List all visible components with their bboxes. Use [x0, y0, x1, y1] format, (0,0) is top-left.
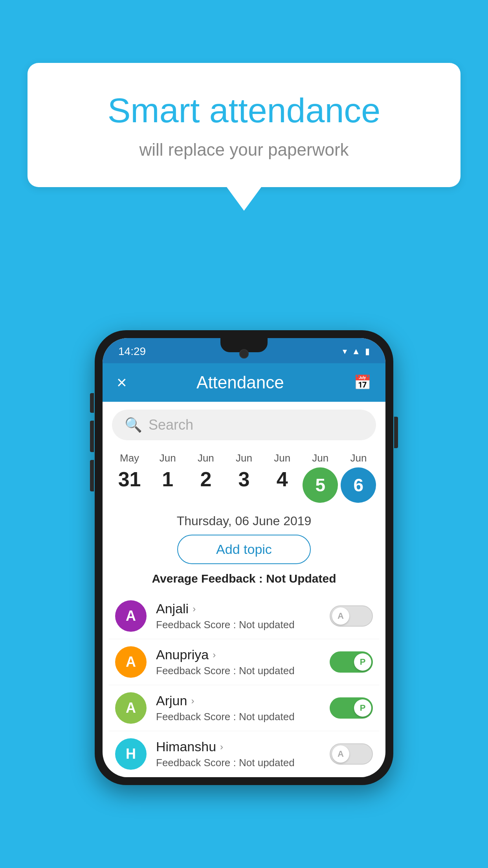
phone-notch [220, 338, 268, 352]
header-title: Attendance [196, 373, 284, 392]
toggle-knob-arjun: P [354, 699, 371, 717]
date-day-6: 6 [341, 467, 376, 503]
calendar-icon[interactable]: 📅 [354, 374, 371, 391]
toggle-arjun[interactable]: P [330, 697, 373, 719]
speech-bubble-tail [227, 187, 261, 211]
search-placeholder: Search [149, 417, 193, 433]
app-header: × Attendance 📅 [103, 363, 385, 402]
chevron-icon: › [213, 649, 216, 660]
add-topic-button[interactable]: Add topic [177, 535, 311, 564]
date-col-1[interactable]: Jun 1 [149, 452, 187, 503]
student-name-himanshu: Himanshu › [156, 739, 330, 754]
date-strip: May 31 Jun 1 Jun 2 Jun 3 Jun 4 [103, 448, 385, 503]
chevron-icon: › [191, 695, 194, 706]
avatar-anupriya: A [115, 646, 147, 678]
student-info-anjali: Anjali › Feedback Score : Not updated [156, 601, 330, 631]
date-col-6[interactable]: Jun 6 [339, 452, 378, 503]
selected-date-info: Thursday, 06 June 2019 [103, 503, 385, 535]
toggle-switch-arjun[interactable]: P [330, 697, 373, 719]
student-row-anjali[interactable]: A Anjali › Feedback Score : Not updated [109, 593, 379, 639]
student-info-anupriya: Anupriya › Feedback Score : Not updated [156, 647, 330, 677]
date-col-5[interactable]: Jun 5 [301, 452, 339, 503]
student-row-himanshu[interactable]: H Himanshu › Feedback Score : Not update… [109, 731, 379, 777]
speech-bubble-subtitle: will replace your paperwork [51, 140, 437, 160]
toggle-anupriya[interactable]: P [330, 651, 373, 673]
speech-bubble: Smart attendance will replace your paper… [28, 63, 460, 187]
student-feedback-arjun: Feedback Score : Not updated [156, 711, 330, 723]
date-col-3[interactable]: Jun 3 [225, 452, 263, 503]
phone-outer: 14:29 ▾ ▲ ▮ × Attendance 📅 🔍 Search [95, 330, 393, 785]
date-day-3: 3 [238, 467, 250, 491]
phone-screen: 14:29 ▾ ▲ ▮ × Attendance 📅 🔍 Search [103, 338, 385, 777]
status-time: 14:29 [118, 345, 146, 358]
signal-icon: ▲ [352, 346, 360, 357]
avg-feedback-label: Average Feedback : [152, 572, 262, 585]
chevron-icon: › [193, 603, 196, 614]
avatar-arjun: A [115, 692, 147, 724]
student-name-anupriya: Anupriya › [156, 647, 330, 662]
toggle-switch-himanshu[interactable]: A [330, 743, 373, 765]
student-feedback-anupriya: Feedback Score : Not updated [156, 665, 330, 677]
toggle-switch-anjali[interactable]: A [330, 605, 373, 627]
power-button [394, 417, 398, 448]
close-button[interactable]: × [117, 373, 127, 392]
toggle-knob-anupriya: P [354, 653, 371, 671]
student-name-anjali: Anjali › [156, 601, 330, 616]
toggle-himanshu[interactable]: A [330, 743, 373, 765]
student-row-arjun[interactable]: A Arjun › Feedback Score : Not updated [109, 685, 379, 731]
date-month-0: May [120, 452, 139, 464]
date-day-2: 2 [200, 467, 211, 491]
date-month-1: Jun [160, 452, 176, 464]
date-day-1: 1 [162, 467, 173, 491]
date-month-5: Jun [312, 452, 328, 464]
mute-button [90, 393, 94, 413]
toggle-switch-anupriya[interactable]: P [330, 651, 373, 673]
avatar-himanshu: H [115, 738, 147, 770]
speech-bubble-title: Smart attendance [51, 90, 437, 131]
search-icon: 🔍 [125, 417, 142, 433]
volume-down-button [90, 460, 94, 491]
student-feedback-anjali: Feedback Score : Not updated [156, 619, 330, 631]
date-month-2: Jun [198, 452, 214, 464]
student-name-arjun: Arjun › [156, 693, 330, 708]
date-month-6: Jun [350, 452, 367, 464]
date-col-0[interactable]: May 31 [110, 452, 149, 503]
avatar-anjali: A [115, 600, 147, 632]
student-feedback-himanshu: Feedback Score : Not updated [156, 757, 330, 769]
toggle-knob-himanshu: A [332, 745, 349, 763]
toggle-knob-anjali: A [332, 607, 349, 625]
date-col-4[interactable]: Jun 4 [263, 452, 301, 503]
average-feedback: Average Feedback : Not Updated [103, 572, 385, 585]
date-month-3: Jun [236, 452, 252, 464]
student-list: A Anjali › Feedback Score : Not updated [103, 593, 385, 777]
date-day-5: 5 [303, 467, 338, 503]
wifi-icon: ▾ [343, 346, 347, 357]
speech-bubble-container: Smart attendance will replace your paper… [28, 63, 460, 211]
avg-feedback-value: Not Updated [266, 572, 336, 585]
chevron-icon: › [220, 741, 223, 752]
date-day-0: 31 [118, 467, 141, 491]
student-info-arjun: Arjun › Feedback Score : Not updated [156, 693, 330, 723]
phone-mockup: 14:29 ▾ ▲ ▮ × Attendance 📅 🔍 Search [95, 330, 393, 785]
toggle-anjali[interactable]: A [330, 605, 373, 627]
student-row-anupriya[interactable]: A Anupriya › Feedback Score : Not update… [109, 639, 379, 685]
date-month-4: Jun [274, 452, 290, 464]
date-col-2[interactable]: Jun 2 [187, 452, 225, 503]
date-day-4: 4 [277, 467, 288, 491]
battery-icon: ▮ [365, 346, 370, 357]
front-camera [239, 349, 249, 359]
student-info-himanshu: Himanshu › Feedback Score : Not updated [156, 739, 330, 769]
status-icons: ▾ ▲ ▮ [343, 346, 370, 357]
volume-up-button [90, 421, 94, 452]
search-bar[interactable]: 🔍 Search [112, 410, 376, 440]
